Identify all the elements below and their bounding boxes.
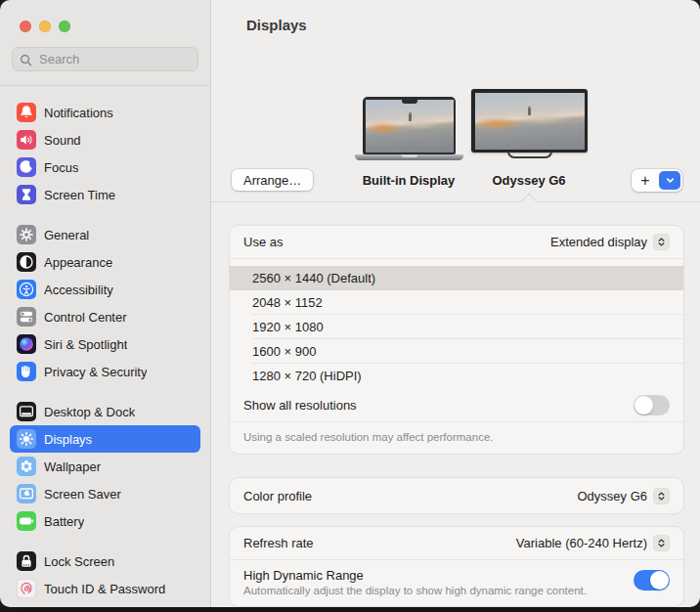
add-display-control[interactable]: + <box>632 169 682 192</box>
resolution-option[interactable]: 1280 × 720 (HiDPI) <box>230 364 683 388</box>
sidebar-item-lock-screen[interactable]: Lock Screen <box>10 547 200 575</box>
battery-icon <box>17 511 36 531</box>
search-icon <box>20 53 32 66</box>
refresh-rate-label: Refresh rate <box>243 536 314 550</box>
speaker-icon <box>17 130 36 150</box>
sidebar-item-touch-id-and-password[interactable]: Touch ID & Password <box>10 575 200 602</box>
sidebar-item-label: Focus <box>44 160 78 175</box>
desktop-backdrop: NotificationsSoundFocusScreen TimeGenera… <box>0 0 700 612</box>
sidebar-item-label: Accessibility <box>44 283 113 297</box>
laptop-base <box>355 154 463 160</box>
sidebar-item-sound[interactable]: Sound <box>10 126 200 153</box>
refresh-hdr-card: Refresh rate Variable (60-240 Hertz) Hig… <box>229 526 684 607</box>
display-thumbnail-odyssey-g6[interactable] <box>471 89 588 158</box>
search-input[interactable] <box>12 47 198 71</box>
sidebar-nav: NotificationsSoundFocusScreen TimeGenera… <box>0 86 210 607</box>
fingerprint-icon <box>17 579 36 598</box>
sidebar-item-label: Displays <box>44 432 92 447</box>
sidebar-item-focus[interactable]: Focus <box>10 153 200 181</box>
use-as-label: Use as <box>243 235 283 249</box>
bell-icon <box>17 103 36 122</box>
sidebar-item-battery[interactable]: Battery <box>10 507 200 535</box>
hdr-description: Automatically adjust the display to show… <box>243 585 587 596</box>
color-profile-value: Odyssey G6 <box>577 489 647 503</box>
resolution-option[interactable]: 1600 × 900 <box>230 339 683 364</box>
use-as-popup[interactable]: Extended display <box>550 234 670 250</box>
sidebar-item-notifications[interactable]: Notifications <box>10 99 200 126</box>
show-all-resolutions-toggle[interactable] <box>634 395 670 415</box>
chevron-up-down-icon <box>653 535 670 551</box>
monitor-wallpaper <box>475 93 585 150</box>
sidebar-item-label: Control Center <box>44 310 127 325</box>
sidebar-group: Lock ScreenTouch ID & Password <box>10 547 200 602</box>
sidebar-item-desktop-and-dock[interactable]: Desktop & Dock <box>10 398 200 425</box>
sliders-icon <box>17 307 36 327</box>
sidebar-item-screen-saver[interactable]: Screen Saver <box>10 480 200 507</box>
sidebar-item-screen-time[interactable]: Screen Time <box>10 181 200 208</box>
hdr-row: High Dynamic Range Automatically adjust … <box>230 560 683 606</box>
monitor-stand <box>507 152 552 158</box>
refresh-rate-row: Refresh rate Variable (60-240 Hertz) <box>230 527 683 560</box>
sidebar-item-accessibility[interactable]: Accessibility <box>10 276 200 303</box>
sidebar-item-siri-and-spotlight[interactable]: Siri & Spotlight <box>10 330 200 358</box>
sidebar-item-label: Appearance <box>44 255 112 270</box>
sidebar-item-label: Siri & Spotlight <box>44 337 127 352</box>
hdr-label: High Dynamic Range <box>243 568 587 583</box>
sidebar-item-label: Lock Screen <box>44 554 114 569</box>
display-settings: Use as Extended display 2560 × 1440 (Def… <box>211 202 700 607</box>
hdr-toggle[interactable] <box>634 570 670 590</box>
refresh-rate-popup[interactable]: Variable (60-240 Hertz) <box>516 535 670 551</box>
sidebar-item-label: Notifications <box>44 106 113 120</box>
accessibility-icon <box>17 280 36 299</box>
sidebar-item-label: Privacy & Security <box>44 365 147 379</box>
resolution-option[interactable]: 1920 × 1080 <box>230 315 683 339</box>
sidebar-item-label: General <box>44 228 89 242</box>
color-profile-row: Color profile Odyssey G6 <box>230 478 683 513</box>
resolution-card: Use as Extended display 2560 × 1440 (Def… <box>229 225 684 455</box>
sidebar-item-privacy-and-security[interactable]: Privacy & Security <box>10 358 200 385</box>
siri-orb-icon <box>17 334 36 354</box>
arrange-button[interactable]: Arrange… <box>232 169 313 191</box>
resolution-list: 2560 × 1440 (Default)2048 × 11521920 × 1… <box>230 259 683 388</box>
sidebar-group: GeneralAppearanceAccessibilityControl Ce… <box>10 221 200 385</box>
sidebar-item-label: Wallpaper <box>44 459 101 474</box>
hand-icon <box>17 362 36 381</box>
flower-icon <box>17 457 36 476</box>
sidebar-item-wallpaper[interactable]: Wallpaper <box>10 453 200 480</box>
sun-icon <box>17 429 36 449</box>
chevron-up-down-icon <box>653 234 670 250</box>
window-controls <box>0 0 210 32</box>
show-all-resolutions-row: Show all resolutions <box>230 388 683 421</box>
minimize-button[interactable] <box>39 21 51 32</box>
sidebar-item-appearance[interactable]: Appearance <box>10 248 200 276</box>
display-thumbnail-built-in[interactable] <box>355 97 463 160</box>
color-profile-card: Color profile Odyssey G6 <box>229 477 684 514</box>
sidebar-item-displays[interactable]: Displays <box>10 425 200 453</box>
zoom-button[interactable] <box>59 21 70 32</box>
laptop-wallpaper <box>366 100 454 153</box>
refresh-rate-value: Variable (60-240 Hertz) <box>516 536 647 550</box>
sidebar-item-general[interactable]: General <box>10 221 200 248</box>
appearance-icon <box>17 252 36 272</box>
use-as-row: Use as Extended display <box>230 226 683 259</box>
moon-icon <box>17 157 36 177</box>
display-label-odyssey-g6: Odyssey G6 <box>456 173 602 188</box>
close-button[interactable] <box>20 21 31 32</box>
lock-icon <box>17 551 36 571</box>
hdr-text: High Dynamic Range Automatically adjust … <box>243 568 587 596</box>
hourglass-icon <box>17 185 36 204</box>
gear-icon <box>17 225 36 244</box>
add-display-menu-button[interactable] <box>659 171 680 190</box>
sidebar-item-label: Sound <box>44 133 81 148</box>
sidebar-item-label: Screen Saver <box>44 487 121 502</box>
resolution-option[interactable]: 2560 × 1440 (Default) <box>230 266 683 290</box>
resolution-option[interactable]: 2048 × 1152 <box>230 290 683 315</box>
sidebar-group: Desktop & DockDisplaysWallpaperScreen Sa… <box>10 398 200 535</box>
add-display-button[interactable]: + <box>632 171 659 191</box>
displays-pane: Displays Built-in Display Odyssey G6 Arr… <box>211 0 700 607</box>
chevron-down-icon <box>665 175 676 186</box>
sidebar-item-control-center[interactable]: Control Center <box>10 303 200 330</box>
performance-footnote: Using a scaled resolution may affect per… <box>230 421 683 454</box>
color-profile-popup[interactable]: Odyssey G6 <box>577 488 670 504</box>
color-profile-label: Color profile <box>243 489 312 503</box>
